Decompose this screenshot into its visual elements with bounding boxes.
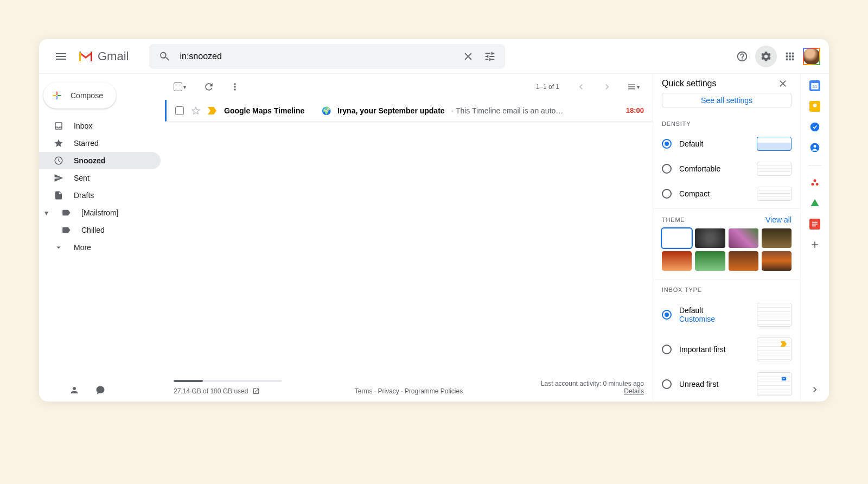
theme-tile[interactable]: [695, 251, 725, 271]
search-options-button[interactable]: [479, 46, 501, 67]
privacy-link[interactable]: Privacy: [378, 387, 399, 395]
clock-icon: [53, 156, 64, 165]
newer-button[interactable]: [570, 76, 592, 98]
close-settings-button[interactable]: [774, 75, 792, 92]
search-button[interactable]: [154, 46, 175, 67]
help-icon: [736, 50, 748, 62]
tasks-app-icon[interactable]: [809, 122, 820, 132]
email-checkbox[interactable]: [175, 106, 184, 115]
apps-button[interactable]: [779, 46, 801, 67]
gear-icon: [760, 50, 772, 62]
customise-link[interactable]: Customise: [679, 315, 749, 323]
policies-link[interactable]: Programme Policies: [405, 387, 463, 395]
select-dropdown-icon[interactable]: ▾: [183, 84, 186, 90]
important-marker[interactable]: [208, 107, 218, 114]
sidebar-item-inbox[interactable]: Inbox: [39, 117, 161, 135]
radio-button[interactable]: [662, 310, 672, 320]
hangouts-icon[interactable]: [95, 385, 105, 395]
sidebar: Compose Inbox Starred Snoozed Sent Draft…: [39, 74, 165, 402]
chevron-right-icon: [602, 81, 612, 92]
contacts-app-icon[interactable]: [809, 142, 820, 153]
file-icon: [53, 190, 64, 200]
select-all-checkbox[interactable]: [174, 82, 182, 91]
refresh-button[interactable]: [198, 76, 220, 98]
close-icon: [777, 78, 788, 89]
inbox-type-important[interactable]: Important first: [653, 332, 800, 367]
search-input[interactable]: [175, 52, 457, 61]
inbox-type-unread[interactable]: Unread first: [653, 367, 800, 402]
sidebar-item-more[interactable]: More: [39, 239, 161, 256]
theme-tile[interactable]: [762, 228, 792, 248]
theme-tile[interactable]: [662, 228, 692, 248]
calendar-app-icon[interactable]: 31: [809, 80, 820, 91]
menu-icon: [54, 50, 67, 63]
density-comfortable[interactable]: Comfortable: [653, 156, 800, 181]
page-count: 1–1 of 1: [536, 83, 559, 91]
important-icon: [780, 341, 788, 347]
quick-settings-panel: Quick settings See all settings DENSITY …: [653, 74, 801, 402]
tune-icon: [484, 50, 496, 62]
clear-search-button[interactable]: [457, 46, 479, 67]
radio-button[interactable]: [662, 164, 672, 174]
open-external-icon[interactable]: [252, 387, 260, 395]
radio-button[interactable]: [662, 139, 672, 149]
search-icon: [158, 50, 170, 62]
theme-tile[interactable]: [695, 228, 725, 248]
sidebar-item-starred[interactable]: Starred: [39, 135, 161, 152]
view-all-themes-link[interactable]: View all: [765, 215, 792, 224]
split-pane-button[interactable]: ▾: [622, 76, 644, 98]
radio-button[interactable]: [662, 189, 672, 199]
details-link[interactable]: Details: [624, 387, 644, 395]
more-actions-button[interactable]: [224, 76, 246, 98]
star-outline-icon: [190, 105, 201, 116]
sidebar-item-sent[interactable]: Sent: [39, 169, 161, 187]
radio-button[interactable]: [662, 379, 672, 389]
get-addons-button[interactable]: [809, 239, 820, 250]
sidebar-label: More: [74, 243, 91, 252]
radio-button[interactable]: [662, 345, 672, 354]
theme-tile[interactable]: [762, 251, 792, 271]
addon-icon-1[interactable]: [809, 177, 820, 188]
inbox-type-default[interactable]: Default Customise: [653, 297, 800, 332]
older-button[interactable]: [596, 76, 618, 98]
email-row[interactable]: Google Maps Timeline 🌍 Iryna, your Septe…: [165, 100, 653, 122]
compose-button[interactable]: Compose: [43, 82, 116, 109]
main-menu-button[interactable]: [48, 43, 74, 69]
theme-heading: THEME: [662, 216, 685, 223]
account-avatar[interactable]: [803, 48, 820, 65]
addon-icon-2[interactable]: [809, 198, 820, 209]
theme-tile[interactable]: [662, 251, 692, 271]
star-toggle[interactable]: [190, 105, 201, 116]
apps-icon: [784, 50, 796, 62]
send-icon: [53, 173, 64, 183]
density-preview: [757, 162, 792, 176]
hide-side-panel-button[interactable]: [809, 384, 820, 395]
see-all-settings-button[interactable]: See all settings: [662, 93, 792, 107]
settings-button[interactable]: [755, 46, 777, 67]
density-default[interactable]: Default: [653, 131, 800, 156]
theme-tile[interactable]: [729, 251, 758, 271]
addon-icon-3[interactable]: [809, 219, 820, 230]
density-heading: DENSITY: [653, 116, 800, 131]
sidebar-item-drafts[interactable]: Drafts: [39, 187, 161, 204]
person-status-icon[interactable]: [69, 385, 79, 395]
email-emoji: 🌍: [322, 106, 331, 115]
sidebar-item-chilled[interactable]: Chilled: [39, 221, 161, 239]
support-button[interactable]: [731, 46, 753, 67]
sidebar-label: Drafts: [74, 191, 94, 200]
sidebar-item-mailstrom[interactable]: ▾ [Mailstrom]: [39, 204, 161, 221]
keep-app-icon[interactable]: [809, 101, 820, 112]
theme-tile[interactable]: [729, 228, 758, 248]
theme-grid: [653, 226, 800, 277]
email-sender: Google Maps Timeline: [224, 106, 315, 115]
inbox-type-heading: INBOX TYPE: [653, 282, 800, 297]
refresh-icon: [203, 81, 214, 92]
inbox-icon: [53, 121, 64, 131]
storage-text: 27.14 GB of 100 GB used: [174, 387, 248, 395]
gmail-logo[interactable]: Gmail: [78, 49, 145, 63]
sidebar-item-snoozed[interactable]: Snoozed: [39, 152, 161, 169]
terms-link[interactable]: Terms: [355, 387, 373, 395]
compose-label: Compose: [71, 91, 103, 100]
mail-icon: [780, 376, 788, 381]
density-compact[interactable]: Compact: [653, 181, 800, 206]
